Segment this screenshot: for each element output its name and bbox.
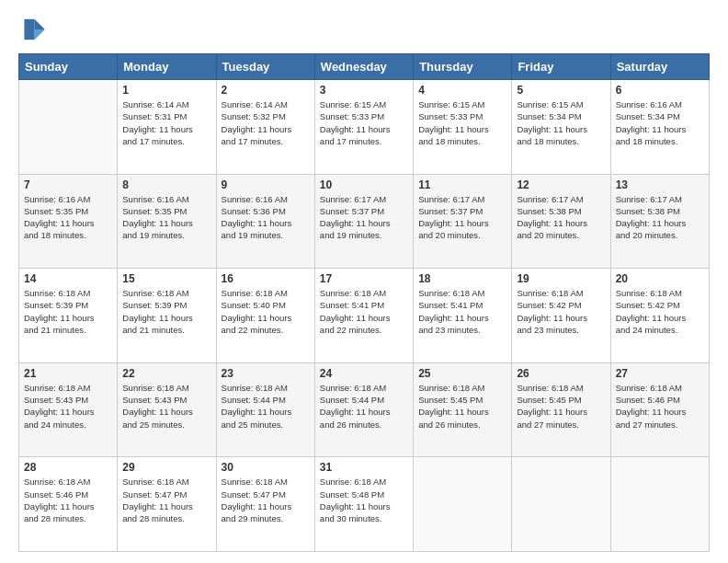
calendar-cell: [19, 80, 118, 175]
cell-content: Sunrise: 6:18 AM Sunset: 5:46 PM Dayligh…: [24, 476, 112, 524]
day-number: 10: [320, 178, 408, 191]
day-number: 16: [222, 272, 310, 285]
calendar-cell: 22Sunrise: 6:18 AM Sunset: 5:43 PM Dayli…: [118, 362, 216, 457]
calendar-week-row: 7Sunrise: 6:16 AM Sunset: 5:35 PM Daylig…: [19, 174, 710, 269]
cell-content: Sunrise: 6:15 AM Sunset: 5:33 PM Dayligh…: [418, 98, 506, 147]
day-number: 8: [122, 178, 210, 191]
calendar-cell: 20Sunrise: 6:18 AM Sunset: 5:42 PM Dayli…: [610, 269, 709, 363]
day-number: 5: [517, 84, 605, 97]
cell-content: Sunrise: 6:18 AM Sunset: 5:40 PM Dayligh…: [222, 287, 310, 336]
cell-content: Sunrise: 6:16 AM Sunset: 5:35 PM Dayligh…: [122, 193, 210, 242]
cell-content: Sunrise: 6:18 AM Sunset: 5:48 PM Dayligh…: [320, 476, 408, 524]
svg-rect-2: [24, 19, 34, 40]
day-number: 21: [24, 367, 112, 380]
calendar-day-header: Thursday: [414, 54, 512, 80]
cell-content: Sunrise: 6:18 AM Sunset: 5:43 PM Dayligh…: [24, 382, 112, 431]
calendar-day-header: Wednesday: [314, 54, 413, 80]
day-number: 31: [320, 461, 408, 474]
cell-content: Sunrise: 6:16 AM Sunset: 5:36 PM Dayligh…: [222, 193, 310, 242]
calendar-week-row: 21Sunrise: 6:18 AM Sunset: 5:43 PM Dayli…: [19, 362, 710, 457]
calendar-cell: 12Sunrise: 6:17 AM Sunset: 5:38 PM Dayli…: [512, 174, 610, 269]
calendar-cell: 28Sunrise: 6:18 AM Sunset: 5:46 PM Dayli…: [19, 457, 118, 552]
cell-content: Sunrise: 6:17 AM Sunset: 5:37 PM Dayligh…: [418, 193, 506, 242]
day-number: 14: [24, 272, 112, 285]
calendar-cell: 18Sunrise: 6:18 AM Sunset: 5:41 PM Dayli…: [414, 269, 512, 363]
calendar-cell: 1Sunrise: 6:14 AM Sunset: 5:31 PM Daylig…: [118, 80, 216, 175]
day-number: 28: [24, 461, 112, 474]
calendar-cell: 14Sunrise: 6:18 AM Sunset: 5:39 PM Dayli…: [19, 269, 118, 363]
calendar-cell: 2Sunrise: 6:14 AM Sunset: 5:32 PM Daylig…: [216, 80, 314, 175]
calendar-cell: 27Sunrise: 6:18 AM Sunset: 5:46 PM Dayli…: [610, 362, 709, 457]
calendar-table: SundayMondayTuesdayWednesdayThursdayFrid…: [18, 53, 710, 552]
day-number: 24: [320, 367, 408, 380]
day-number: 19: [517, 272, 605, 285]
day-number: 22: [122, 367, 210, 380]
cell-content: Sunrise: 6:18 AM Sunset: 5:44 PM Dayligh…: [222, 382, 310, 431]
cell-content: Sunrise: 6:18 AM Sunset: 5:39 PM Dayligh…: [122, 287, 210, 336]
cell-content: Sunrise: 6:18 AM Sunset: 5:45 PM Dayligh…: [517, 382, 605, 431]
calendar-day-header: Monday: [118, 54, 216, 80]
calendar-cell: 16Sunrise: 6:18 AM Sunset: 5:40 PM Dayli…: [216, 269, 314, 363]
page: SundayMondayTuesdayWednesdayThursdayFrid…: [0, 0, 728, 563]
cell-content: Sunrise: 6:18 AM Sunset: 5:44 PM Dayligh…: [320, 382, 408, 431]
day-number: 30: [222, 461, 310, 474]
calendar-day-header: Saturday: [610, 54, 709, 80]
calendar-day-header: Friday: [512, 54, 610, 80]
day-number: 6: [616, 84, 704, 97]
cell-content: Sunrise: 6:18 AM Sunset: 5:41 PM Dayligh…: [320, 287, 408, 336]
calendar-cell: 9Sunrise: 6:16 AM Sunset: 5:36 PM Daylig…: [216, 174, 314, 269]
cell-content: Sunrise: 6:14 AM Sunset: 5:31 PM Dayligh…: [122, 98, 210, 147]
calendar-cell: [414, 457, 512, 552]
calendar-cell: 31Sunrise: 6:18 AM Sunset: 5:48 PM Dayli…: [314, 457, 413, 552]
calendar-cell: 21Sunrise: 6:18 AM Sunset: 5:43 PM Dayli…: [19, 362, 118, 457]
cell-content: Sunrise: 6:18 AM Sunset: 5:47 PM Dayligh…: [222, 476, 310, 524]
calendar-cell: 29Sunrise: 6:18 AM Sunset: 5:47 PM Dayli…: [118, 457, 216, 552]
cell-content: Sunrise: 6:15 AM Sunset: 5:34 PM Dayligh…: [517, 98, 605, 147]
cell-content: Sunrise: 6:18 AM Sunset: 5:39 PM Dayligh…: [24, 287, 112, 336]
day-number: 20: [616, 272, 704, 285]
calendar-day-header: Tuesday: [216, 54, 314, 80]
calendar-cell: [512, 457, 610, 552]
calendar-cell: 13Sunrise: 6:17 AM Sunset: 5:38 PM Dayli…: [610, 174, 709, 269]
cell-content: Sunrise: 6:18 AM Sunset: 5:47 PM Dayligh…: [122, 476, 210, 524]
cell-content: Sunrise: 6:14 AM Sunset: 5:32 PM Dayligh…: [222, 98, 310, 147]
calendar-cell: 4Sunrise: 6:15 AM Sunset: 5:33 PM Daylig…: [414, 80, 512, 175]
calendar-header-row: SundayMondayTuesdayWednesdayThursdayFrid…: [19, 54, 710, 80]
calendar-cell: 25Sunrise: 6:18 AM Sunset: 5:45 PM Dayli…: [414, 362, 512, 457]
calendar-cell: 15Sunrise: 6:18 AM Sunset: 5:39 PM Dayli…: [118, 269, 216, 363]
day-number: 12: [517, 178, 605, 191]
calendar-cell: 10Sunrise: 6:17 AM Sunset: 5:37 PM Dayli…: [314, 174, 413, 269]
svg-marker-0: [35, 19, 45, 29]
day-number: 2: [222, 84, 310, 97]
day-number: 7: [24, 178, 112, 191]
cell-content: Sunrise: 6:18 AM Sunset: 5:41 PM Dayligh…: [418, 287, 506, 336]
calendar-cell: 7Sunrise: 6:16 AM Sunset: 5:35 PM Daylig…: [19, 174, 118, 269]
calendar-day-header: Sunday: [19, 54, 118, 80]
day-number: 13: [616, 178, 704, 191]
cell-content: Sunrise: 6:18 AM Sunset: 5:43 PM Dayligh…: [122, 382, 210, 431]
cell-content: Sunrise: 6:17 AM Sunset: 5:38 PM Dayligh…: [616, 193, 704, 242]
day-number: 17: [320, 272, 408, 285]
day-number: 9: [222, 178, 310, 191]
calendar-cell: 8Sunrise: 6:16 AM Sunset: 5:35 PM Daylig…: [118, 174, 216, 269]
calendar-cell: 26Sunrise: 6:18 AM Sunset: 5:45 PM Dayli…: [512, 362, 610, 457]
calendar-cell: 11Sunrise: 6:17 AM Sunset: 5:37 PM Dayli…: [414, 174, 512, 269]
logo-icon: [18, 15, 48, 44]
cell-content: Sunrise: 6:18 AM Sunset: 5:45 PM Dayligh…: [418, 382, 506, 431]
cell-content: Sunrise: 6:17 AM Sunset: 5:37 PM Dayligh…: [320, 193, 408, 242]
calendar-week-row: 1Sunrise: 6:14 AM Sunset: 5:31 PM Daylig…: [19, 80, 710, 175]
day-number: 18: [418, 272, 506, 285]
day-number: 11: [418, 178, 506, 191]
day-number: 25: [418, 367, 506, 380]
svg-marker-1: [35, 29, 45, 40]
day-number: 15: [122, 272, 210, 285]
cell-content: Sunrise: 6:17 AM Sunset: 5:38 PM Dayligh…: [517, 193, 605, 242]
calendar-cell: 3Sunrise: 6:15 AM Sunset: 5:33 PM Daylig…: [314, 80, 413, 175]
day-number: 3: [320, 84, 408, 97]
calendar-cell: 30Sunrise: 6:18 AM Sunset: 5:47 PM Dayli…: [216, 457, 314, 552]
day-number: 4: [418, 84, 506, 97]
calendar-cell: 6Sunrise: 6:16 AM Sunset: 5:34 PM Daylig…: [610, 80, 709, 175]
day-number: 29: [122, 461, 210, 474]
calendar-week-row: 14Sunrise: 6:18 AM Sunset: 5:39 PM Dayli…: [19, 269, 710, 363]
header: [18, 15, 710, 44]
